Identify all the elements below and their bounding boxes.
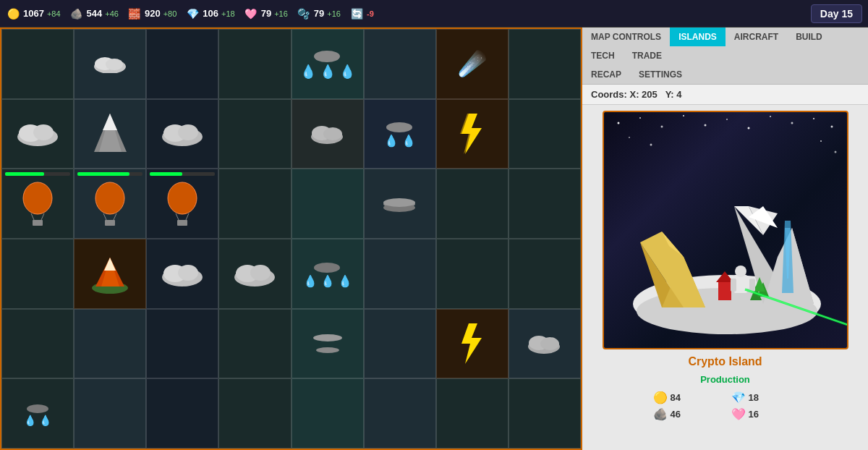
resource-crystal: 🩷 79 +16	[244, 7, 288, 21]
prod-gold-val: 84	[671, 392, 681, 403]
map-cell-cloud[interactable]	[146, 99, 218, 169]
tab-islands[interactable]: ISLANDS	[670, 27, 726, 46]
map-cell-cloud2[interactable]	[292, 99, 364, 169]
map-cell[interactable]	[509, 169, 581, 239]
map-cell[interactable]	[146, 309, 218, 379]
map-cell[interactable]	[364, 239, 436, 309]
map-cell-lightning2[interactable]	[436, 309, 509, 379]
map-cell-cloud-gray[interactable]	[509, 309, 581, 379]
map-cell-cloud[interactable]	[146, 239, 218, 309]
svg-line-31	[176, 213, 179, 220]
map-cell-platform[interactable]	[364, 169, 436, 239]
map-cell-rain-small[interactable]: 💧 💧	[1, 378, 74, 449]
map-cell-balloon1[interactable]	[1, 169, 74, 239]
wood-value: 920	[145, 8, 161, 19]
map-cell[interactable]	[364, 29, 436, 99]
prod-silver: 🪨 46	[653, 407, 720, 421]
map-cell-meteor[interactable]: ☄️	[436, 29, 509, 99]
island-production-label: Production	[700, 374, 750, 385]
map-cell-cloud[interactable]	[218, 239, 291, 309]
coords-label: Coords:	[591, 89, 627, 100]
resource-crypto: 🔄 -9	[349, 7, 374, 21]
svg-point-43	[178, 265, 198, 281]
map-cell[interactable]	[1, 309, 74, 379]
resource-aether: 🫧 79 +16	[297, 7, 341, 21]
svg-point-63	[791, 122, 793, 124]
svg-point-6	[33, 124, 54, 140]
map-cell-balloon2[interactable]	[74, 169, 146, 239]
prod-crystal-icon: 🩷	[731, 407, 746, 421]
map-cell-cloud[interactable]	[1, 99, 74, 169]
svg-point-48	[313, 334, 342, 341]
island-preview: Crypto Island Production 🟡 84 💎 18 🪨 46 …	[582, 105, 868, 427]
gem-value: 106	[203, 8, 218, 19]
map-cell[interactable]	[436, 239, 509, 309]
island-image	[603, 111, 848, 349]
tab-build[interactable]: BUILD	[787, 27, 831, 46]
svg-point-90	[735, 266, 746, 277]
map-cell[interactable]	[436, 378, 509, 449]
map-cell-lightning[interactable]	[436, 99, 509, 169]
right-panel: MAP CONTROLS ISLANDS AIRCRAFT BUILD TecH…	[582, 27, 868, 450]
gold-delta: +84	[47, 9, 61, 18]
crypto-icon: 🔄	[349, 7, 364, 21]
svg-point-66	[629, 137, 630, 138]
gem-delta: +18	[221, 9, 235, 18]
resource-wood: 🧱 920 +80	[127, 7, 176, 21]
svg-line-22	[41, 213, 44, 220]
svg-point-59	[704, 124, 706, 127]
tab-recap[interactable]: RECAP	[582, 65, 630, 84]
map-cell[interactable]	[146, 378, 218, 449]
tab-tech[interactable]: TecH	[582, 46, 624, 65]
wood-delta: +80	[163, 9, 177, 18]
prod-silver-icon: 🪨	[653, 407, 668, 421]
tab-aircraft[interactable]: AIRCRAFT	[726, 27, 787, 46]
aether-delta: +16	[327, 9, 341, 18]
map-cell[interactable]	[218, 309, 291, 379]
map-cell[interactable]	[292, 378, 364, 449]
map-cell[interactable]	[146, 29, 218, 99]
tab-bar: MAP CONTROLS ISLANDS AIRCRAFT BUILD TecH…	[582, 27, 868, 85]
map-cell-balloon3[interactable]	[146, 169, 218, 239]
gold-value: 1067	[23, 8, 44, 19]
tab-settings[interactable]: SETTINGS	[630, 65, 691, 84]
map-cell[interactable]	[509, 378, 581, 449]
map-cell[interactable]	[218, 378, 291, 449]
map-cell[interactable]	[509, 99, 581, 169]
map-cell[interactable]	[74, 309, 146, 379]
map-cell[interactable]	[218, 169, 291, 239]
svg-point-64	[813, 118, 814, 119]
map-cell[interactable]	[74, 378, 146, 449]
map-cell[interactable]	[74, 29, 146, 99]
map-cell[interactable]	[218, 99, 291, 169]
map-area[interactable]: 💧 💧 💧 ☄️	[0, 27, 582, 450]
map-cell-volcano[interactable]	[74, 239, 146, 309]
tab-map-controls[interactable]: MAP CONTROLS	[582, 27, 670, 46]
map-cell[interactable]	[364, 309, 436, 379]
crystal-value: 79	[261, 8, 271, 19]
map-cell[interactable]	[292, 169, 364, 239]
tab-trade[interactable]: TRADE	[624, 46, 671, 65]
svg-rect-92	[749, 279, 755, 292]
map-cell-rain3[interactable]: 💧 💧 💧	[292, 239, 364, 309]
map-cell[interactable]	[509, 29, 581, 99]
map-cell[interactable]	[364, 378, 436, 449]
resource-silver: 🪨 544 +46	[69, 7, 119, 21]
svg-point-60	[726, 119, 728, 120]
map-cell-rain[interactable]: 💧 💧 💧	[292, 29, 364, 99]
aether-value: 79	[314, 8, 324, 19]
map-cell[interactable]	[1, 239, 74, 309]
map-cell[interactable]	[1, 29, 74, 99]
map-cell[interactable]	[436, 169, 509, 239]
svg-point-58	[683, 115, 684, 116]
svg-rect-33	[177, 220, 187, 226]
main-layout: 💧 💧 💧 ☄️	[0, 27, 868, 450]
map-cell[interactable]	[218, 29, 291, 99]
wood-icon: 🧱	[127, 7, 142, 21]
svg-point-69	[834, 151, 836, 153]
map-cell[interactable]	[509, 239, 581, 309]
prod-gold: 🟡 84	[653, 391, 720, 404]
map-cell-mountain[interactable]	[74, 99, 146, 169]
map-cell-rain2[interactable]: 💧 💧	[364, 99, 436, 169]
map-cell-platforms[interactable]	[292, 309, 364, 379]
